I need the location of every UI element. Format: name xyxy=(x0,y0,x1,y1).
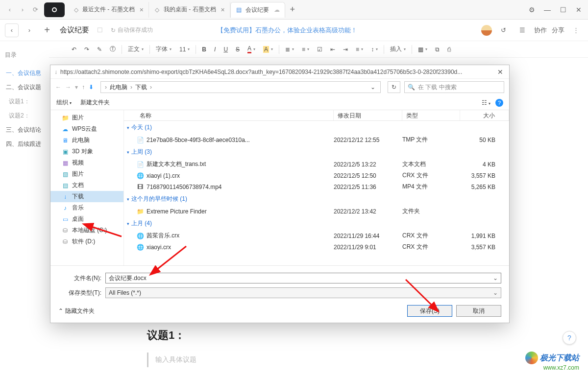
chevron-down-icon[interactable]: ⌄ xyxy=(370,84,377,91)
home-button[interactable] xyxy=(44,2,65,17)
col-date[interactable]: 修改日期 xyxy=(334,110,402,120)
paint-icon[interactable]: ✎ xyxy=(94,45,105,54)
outline-item[interactable]: 议题2： xyxy=(5,109,44,123)
outline-item[interactable]: 一、会议信息 xyxy=(5,66,44,80)
tree-item[interactable]: ↓下载 xyxy=(50,191,123,202)
doc-heading[interactable]: 议题1： xyxy=(147,328,480,343)
outline-item[interactable]: 二、会议议题 xyxy=(5,80,44,94)
add-button[interactable]: + xyxy=(40,24,54,37)
back-button[interactable]: ‹ xyxy=(5,24,19,37)
redo-icon[interactable]: ↷ xyxy=(81,45,92,54)
help-button[interactable]: ? xyxy=(563,331,576,345)
print-icon[interactable]: ⎙ xyxy=(444,45,454,54)
size-select[interactable]: 11▾ xyxy=(176,45,193,54)
list-group-header[interactable]: ▾ 今天 (1) xyxy=(124,121,509,134)
nav-fwd-icon[interactable]: → xyxy=(65,84,71,91)
browser-tab-1[interactable]: ◇ 我的桌面 - 石墨文档 × xyxy=(149,2,230,18)
strike-button[interactable]: S xyxy=(233,45,243,54)
filename-input[interactable]: 会议纪要.docx⌄ xyxy=(105,273,501,283)
avatar[interactable] xyxy=(481,25,492,36)
close-window-icon[interactable]: ✕ xyxy=(573,6,584,14)
outline-item[interactable]: 议题1： xyxy=(5,94,44,109)
browser-tab-2[interactable]: ▤ 会议纪要 ☁ xyxy=(230,2,285,18)
history-icon[interactable]: ↺ xyxy=(497,24,511,37)
tree-item[interactable]: ▭桌面 xyxy=(50,213,123,225)
refresh-button[interactable]: ↻ xyxy=(388,81,400,93)
crumb-pc[interactable]: 此电脑 xyxy=(110,83,127,92)
tree-item[interactable]: ▤文档 xyxy=(50,180,123,191)
tree-item[interactable]: ♪音乐 xyxy=(50,202,123,213)
underline-button[interactable]: U xyxy=(220,45,231,54)
new-folder-button[interactable]: 新建文件夹 xyxy=(80,98,110,107)
list-row[interactable]: 🌐茜茱音乐.crx2022/11/29 16:44CRX 文件1,991 KB xyxy=(124,230,509,241)
view-mode-icon[interactable]: ☷ ▾ xyxy=(482,99,490,106)
indent-increase-icon[interactable]: ⇥ xyxy=(340,45,351,54)
tree-item[interactable]: ▣3D 对象 xyxy=(50,146,123,157)
clear-format-icon[interactable]: Ⓣ xyxy=(107,44,119,54)
chat-icon[interactable]: ☰ xyxy=(515,24,529,37)
undo-icon[interactable]: ↶ xyxy=(69,45,79,54)
tree-item[interactable]: ▧图片 xyxy=(50,168,123,180)
browser-tab-0[interactable]: ◇ 最近文件 - 石墨文档 × xyxy=(68,2,149,18)
share-button[interactable]: 分享 xyxy=(552,26,564,35)
organize-menu[interactable]: 组织 ▾ xyxy=(56,98,72,107)
cancel-button[interactable]: 取消 xyxy=(456,305,501,317)
list-group-header[interactable]: ▾ 上周 (3) xyxy=(124,145,509,159)
new-tab-button[interactable]: + xyxy=(285,4,300,15)
outline-item[interactable]: 四、后续跟进 xyxy=(5,137,44,151)
list-row[interactable]: 🎞7168790114506738974.mp42022/12/5 11:36M… xyxy=(124,181,509,192)
list-row[interactable]: 🌐xiaoyi.crx2022/11/29 9:01CRX 文件3,557 KB xyxy=(124,241,509,253)
gear-icon[interactable]: ⚙ xyxy=(526,6,537,14)
insert-menu[interactable]: 插入▾ xyxy=(387,44,409,54)
tree-item[interactable]: 📁图片 xyxy=(50,112,123,123)
tree-item[interactable]: ☁WPS云盘 xyxy=(50,123,123,135)
maximize-icon[interactable]: ☐ xyxy=(558,6,568,14)
crumb-downloads[interactable]: 下载 xyxy=(135,83,147,92)
nav-back-icon[interactable]: ← xyxy=(55,84,61,91)
list-row[interactable]: 📄新建文本文档_trans.txt2022/12/5 13:22文本文档4 KB xyxy=(124,159,509,170)
align-icon[interactable]: ≡▾ xyxy=(353,45,366,54)
save-button[interactable]: 保存(S) xyxy=(407,305,452,317)
bullet-list-icon[interactable]: ≣▾ xyxy=(282,45,297,54)
close-icon[interactable]: × xyxy=(140,6,144,14)
minimize-icon[interactable]: — xyxy=(542,6,553,14)
tree-item[interactable]: 🖥此电脑 xyxy=(50,135,123,146)
grid-icon[interactable]: ▦▾ xyxy=(415,45,430,54)
chevron-down-icon[interactable]: ▾ xyxy=(75,84,78,91)
indent-decrease-icon[interactable]: ⇤ xyxy=(327,45,338,54)
font-select[interactable]: 字体▾ xyxy=(153,44,174,54)
ordered-list-icon[interactable]: ≡▾ xyxy=(299,45,312,54)
nav-reload[interactable]: ⟳ xyxy=(29,4,41,16)
spacing-icon[interactable]: ↕▾ xyxy=(368,45,381,54)
forward-button[interactable]: › xyxy=(23,24,36,37)
folder-tree[interactable]: 📁图片☁WPS云盘🖥此电脑▣3D 对象▦视频▧图片▤文档↓下载♪音乐▭桌面⛁本地… xyxy=(50,110,124,265)
collab-button[interactable]: 协作 xyxy=(534,26,547,35)
nav-fwd[interactable]: › xyxy=(17,4,28,16)
nav-up-icon[interactable]: ↑ xyxy=(82,84,85,91)
check-list-icon[interactable]: ☑ xyxy=(314,45,325,54)
color-button[interactable]: A▾ xyxy=(245,44,258,54)
attach-icon[interactable]: ⧉ xyxy=(432,45,442,54)
list-row[interactable]: 🌐xiaoyi (1).crx2022/12/5 12:50CRX 文件3,55… xyxy=(124,170,509,181)
doc-placeholder[interactable]: 输入具体议题 xyxy=(147,352,480,367)
hide-folders-toggle[interactable]: ⌃隐藏文件夹 xyxy=(58,307,95,315)
italic-button[interactable]: I xyxy=(211,45,219,54)
list-group-header[interactable]: ▾ 这个月的早些时候 (1) xyxy=(124,192,509,206)
bookmark-icon[interactable]: ☐ xyxy=(93,24,107,37)
list-row[interactable]: 📄21e7ba08-5bce-49f3-8c8f-aece0310a...202… xyxy=(124,134,509,145)
highlight-button[interactable]: A▾ xyxy=(260,45,276,54)
outline-item[interactable]: 三、会议结论 xyxy=(5,123,44,137)
more-icon[interactable]: ⋮ xyxy=(569,24,583,37)
list-group-header[interactable]: ▾ 上月 (4) xyxy=(124,217,509,230)
search-input[interactable]: 🔍 在 下载 中搜索 xyxy=(404,81,504,93)
close-icon[interactable]: × xyxy=(221,6,225,14)
trial-banner[interactable]: 【免费试用】石墨办公，体验企业表格高级功能！ xyxy=(217,26,357,35)
col-type[interactable]: 类型 xyxy=(402,110,460,120)
close-icon[interactable]: ✕ xyxy=(495,68,505,76)
breadcrumb[interactable]: › 此电脑 › 下载 › ⌄ xyxy=(100,81,381,93)
style-select[interactable]: 正文▾ xyxy=(125,44,147,54)
savetype-select[interactable]: All Files (*.*)⌄ xyxy=(105,287,501,298)
tree-item[interactable]: ⛁本地磁盘 (C:) xyxy=(50,225,123,236)
nav-back[interactable]: ‹ xyxy=(4,4,16,16)
tree-item[interactable]: ⛁软件 (D:) xyxy=(50,236,123,247)
